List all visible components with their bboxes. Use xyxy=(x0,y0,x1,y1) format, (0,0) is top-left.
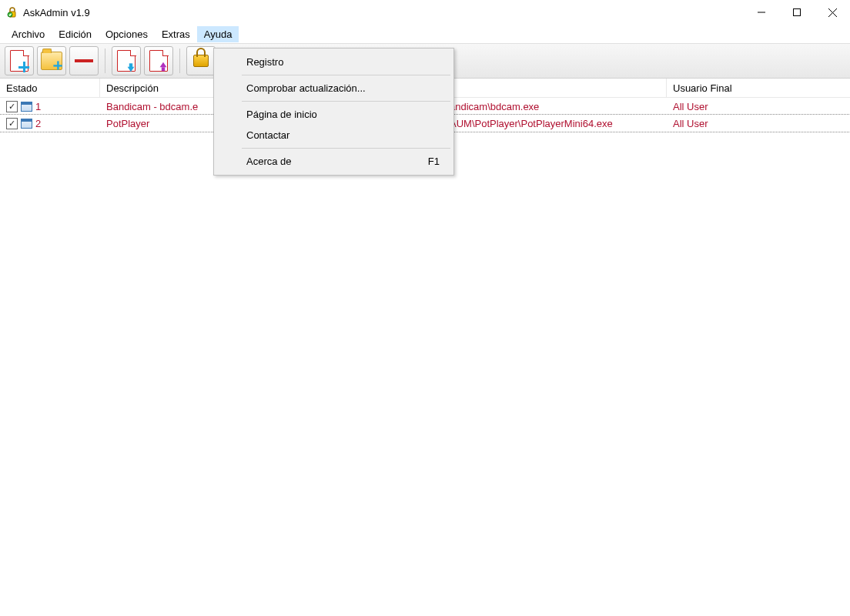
add-folder-button[interactable] xyxy=(37,46,66,75)
app-window-icon xyxy=(21,102,32,112)
lock-button[interactable] xyxy=(186,46,216,75)
row-path: andicam\bdcam.exe xyxy=(443,101,667,112)
import-button[interactable] xyxy=(112,46,141,75)
toolbar-separator xyxy=(105,49,105,73)
svg-rect-3 xyxy=(794,9,801,16)
row-number: 1 xyxy=(35,101,41,112)
title-bar: AskAdmin v1.9 xyxy=(0,0,850,25)
help-menu-dropdown: Registro Comprobar actualización... Pági… xyxy=(213,48,454,176)
menu-item-registro[interactable]: Registro xyxy=(216,52,452,72)
menu-opciones[interactable]: Opciones xyxy=(99,26,155,42)
window-title: AskAdmin v1.9 xyxy=(23,7,90,18)
row-number: 2 xyxy=(35,118,41,129)
remove-button[interactable] xyxy=(69,46,99,75)
app-window-icon xyxy=(21,119,32,129)
header-usuario[interactable]: Usuario Final xyxy=(667,79,790,97)
menu-item-homepage[interactable]: Página de inicio xyxy=(216,104,452,125)
export-button[interactable] xyxy=(144,46,173,75)
menu-separator xyxy=(242,148,450,149)
menu-separator xyxy=(242,75,450,75)
menu-item-about[interactable]: Acerca deF1 xyxy=(216,151,452,172)
minimize-button[interactable] xyxy=(744,0,779,25)
row-path: AUM\PotPlayer\PotPlayerMini64.exe xyxy=(443,118,667,129)
row-user: All User xyxy=(667,101,790,112)
app-icon xyxy=(6,6,18,18)
header-estado[interactable]: Estado xyxy=(0,79,100,97)
menu-item-check-update[interactable]: Comprobar actualización... xyxy=(216,78,452,99)
menu-item-contact[interactable]: Contactar xyxy=(216,125,452,146)
menu-ayuda[interactable]: Ayuda xyxy=(197,26,239,42)
header-ruta[interactable] xyxy=(443,79,667,97)
maximize-button[interactable] xyxy=(779,0,815,25)
menu-edicion[interactable]: Edición xyxy=(52,26,99,42)
row-user: All User xyxy=(667,118,790,129)
row-checkbox[interactable]: ✓ xyxy=(6,118,18,129)
close-button[interactable] xyxy=(815,0,850,25)
add-file-button[interactable] xyxy=(5,46,34,75)
menu-separator xyxy=(242,101,450,102)
row-checkbox[interactable]: ✓ xyxy=(6,101,18,112)
toolbar-separator xyxy=(179,49,180,73)
menu-bar: Archivo Edición Opciones Extras Ayuda xyxy=(0,25,850,43)
menu-extras[interactable]: Extras xyxy=(155,26,197,42)
menu-archivo[interactable]: Archivo xyxy=(5,26,52,42)
